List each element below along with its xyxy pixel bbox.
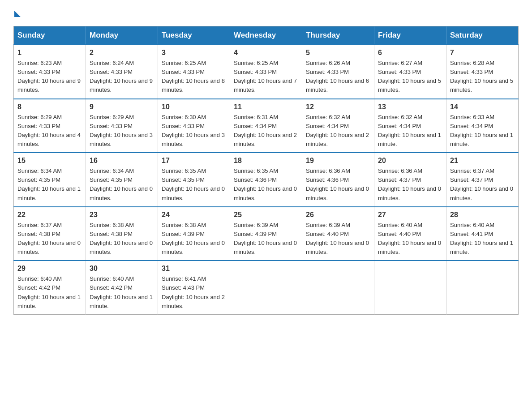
calendar-week-row: 22 Sunrise: 6:37 AM Sunset: 4:38 PM Dayl… — [14, 207, 519, 261]
sunset-label: Sunset: 4:40 PM — [378, 231, 421, 237]
logo-triangle-icon — [14, 11, 21, 17]
sunrise-label: Sunrise: 6:30 AM — [162, 114, 206, 120]
day-info: Sunrise: 6:38 AM Sunset: 4:38 PM Dayligh… — [90, 221, 154, 257]
day-number: 15 — [17, 157, 82, 165]
sunrise-label: Sunrise: 6:40 AM — [378, 222, 422, 228]
daylight-label: Daylight: 10 hours and 0 minutes. — [234, 240, 297, 255]
day-number: 23 — [90, 211, 154, 219]
day-number: 26 — [306, 211, 370, 219]
sunset-label: Sunset: 4:40 PM — [306, 231, 349, 237]
calendar-day-cell: 28 Sunrise: 6:40 AM Sunset: 4:41 PM Dayl… — [446, 207, 519, 261]
calendar-day-cell: 17 Sunrise: 6:35 AM Sunset: 4:35 PM Dayl… — [158, 153, 230, 207]
day-info: Sunrise: 6:29 AM Sunset: 4:33 PM Dayligh… — [17, 113, 82, 149]
calendar-day-cell — [302, 261, 374, 314]
sunset-label: Sunset: 4:38 PM — [90, 231, 133, 237]
day-info: Sunrise: 6:26 AM Sunset: 4:33 PM Dayligh… — [306, 59, 370, 95]
calendar-day-cell: 18 Sunrise: 6:35 AM Sunset: 4:36 PM Dayl… — [230, 153, 302, 207]
sunrise-label: Sunrise: 6:35 AM — [234, 167, 278, 174]
sunset-label: Sunset: 4:39 PM — [162, 231, 205, 237]
day-number: 7 — [450, 49, 515, 57]
daylight-label: Daylight: 10 hours and 1 minute. — [17, 294, 81, 309]
calendar-day-cell: 23 Sunrise: 6:38 AM Sunset: 4:38 PM Dayl… — [86, 207, 158, 261]
daylight-label: Daylight: 10 hours and 1 minute. — [17, 185, 81, 201]
daylight-label: Daylight: 10 hours and 1 minute. — [450, 240, 513, 255]
sunset-label: Sunset: 4:37 PM — [378, 176, 421, 183]
calendar-day-cell: 2 Sunrise: 6:24 AM Sunset: 4:33 PM Dayli… — [86, 45, 158, 99]
sunset-label: Sunset: 4:43 PM — [162, 284, 205, 291]
day-number: 16 — [90, 157, 154, 165]
calendar-day-cell: 16 Sunrise: 6:34 AM Sunset: 4:35 PM Dayl… — [86, 153, 158, 207]
daylight-label: Daylight: 10 hours and 6 minutes. — [306, 77, 369, 93]
day-info: Sunrise: 6:25 AM Sunset: 4:33 PM Dayligh… — [234, 59, 298, 95]
daylight-label: Daylight: 10 hours and 1 minute. — [450, 132, 513, 147]
day-number: 14 — [450, 103, 515, 111]
day-number: 5 — [306, 49, 370, 57]
calendar-week-row: 15 Sunrise: 6:34 AM Sunset: 4:35 PM Dayl… — [14, 153, 519, 207]
sunset-label: Sunset: 4:37 PM — [450, 176, 493, 183]
sunrise-label: Sunrise: 6:39 AM — [234, 222, 278, 228]
sunset-label: Sunset: 4:33 PM — [17, 68, 60, 75]
sunset-label: Sunset: 4:33 PM — [306, 68, 349, 75]
calendar-day-cell: 11 Sunrise: 6:31 AM Sunset: 4:34 PM Dayl… — [230, 99, 302, 153]
calendar-header-row: SundayMondayTuesdayWednesdayThursdayFrid… — [14, 26, 519, 45]
daylight-label: Daylight: 10 hours and 0 minutes. — [306, 240, 369, 255]
day-info: Sunrise: 6:41 AM Sunset: 4:43 PM Dayligh… — [162, 274, 226, 311]
sunrise-label: Sunrise: 6:36 AM — [378, 167, 422, 174]
sunset-label: Sunset: 4:33 PM — [234, 68, 277, 75]
day-info: Sunrise: 6:32 AM Sunset: 4:34 PM Dayligh… — [378, 113, 442, 149]
sunset-label: Sunset: 4:38 PM — [17, 231, 60, 237]
day-info: Sunrise: 6:40 AM Sunset: 4:40 PM Dayligh… — [378, 221, 442, 257]
day-number: 10 — [162, 103, 226, 111]
calendar-day-cell: 5 Sunrise: 6:26 AM Sunset: 4:33 PM Dayli… — [302, 45, 374, 99]
day-number: 24 — [162, 211, 226, 219]
calendar-day-cell: 15 Sunrise: 6:34 AM Sunset: 4:35 PM Dayl… — [14, 153, 86, 207]
sunrise-label: Sunrise: 6:25 AM — [234, 60, 278, 66]
day-number: 21 — [450, 157, 515, 165]
calendar-day-cell: 22 Sunrise: 6:37 AM Sunset: 4:38 PM Dayl… — [14, 207, 86, 261]
sunset-label: Sunset: 4:39 PM — [234, 231, 277, 237]
calendar-day-cell — [446, 261, 519, 314]
day-info: Sunrise: 6:30 AM Sunset: 4:33 PM Dayligh… — [162, 113, 226, 149]
day-info: Sunrise: 6:40 AM Sunset: 4:41 PM Dayligh… — [450, 221, 515, 257]
day-number: 28 — [450, 211, 515, 219]
sunrise-label: Sunrise: 6:32 AM — [306, 114, 350, 120]
sunset-label: Sunset: 4:42 PM — [90, 284, 133, 291]
day-info: Sunrise: 6:34 AM Sunset: 4:35 PM Dayligh… — [17, 167, 82, 203]
sunrise-label: Sunrise: 6:36 AM — [306, 167, 350, 174]
day-number: 29 — [17, 265, 82, 273]
sunset-label: Sunset: 4:41 PM — [450, 231, 493, 237]
sunrise-label: Sunrise: 6:23 AM — [17, 60, 62, 66]
sunset-label: Sunset: 4:33 PM — [90, 123, 133, 129]
sunrise-label: Sunrise: 6:37 AM — [17, 222, 62, 228]
calendar-day-cell: 20 Sunrise: 6:36 AM Sunset: 4:37 PM Dayl… — [374, 153, 446, 207]
daylight-label: Daylight: 10 hours and 8 minutes. — [162, 77, 225, 93]
day-info: Sunrise: 6:38 AM Sunset: 4:39 PM Dayligh… — [162, 221, 226, 257]
day-number: 18 — [234, 157, 298, 165]
sunrise-label: Sunrise: 6:38 AM — [162, 222, 206, 228]
calendar-day-cell: 19 Sunrise: 6:36 AM Sunset: 4:36 PM Dayl… — [302, 153, 374, 207]
daylight-label: Daylight: 10 hours and 2 minutes. — [162, 294, 225, 309]
calendar-day-cell: 24 Sunrise: 6:38 AM Sunset: 4:39 PM Dayl… — [158, 207, 230, 261]
day-info: Sunrise: 6:24 AM Sunset: 4:33 PM Dayligh… — [90, 59, 154, 95]
sunset-label: Sunset: 4:35 PM — [17, 176, 60, 183]
day-number: 30 — [90, 265, 154, 273]
sunset-label: Sunset: 4:33 PM — [162, 123, 205, 129]
calendar-day-cell: 27 Sunrise: 6:40 AM Sunset: 4:40 PM Dayl… — [374, 207, 446, 261]
day-info: Sunrise: 6:28 AM Sunset: 4:33 PM Dayligh… — [450, 59, 515, 95]
page-header — [13, 9, 519, 17]
day-number: 20 — [378, 157, 442, 165]
day-info: Sunrise: 6:39 AM Sunset: 4:39 PM Dayligh… — [234, 221, 298, 257]
sunset-label: Sunset: 4:33 PM — [378, 68, 421, 75]
sunset-label: Sunset: 4:34 PM — [306, 123, 349, 129]
sunset-label: Sunset: 4:33 PM — [450, 68, 493, 75]
day-info: Sunrise: 6:32 AM Sunset: 4:34 PM Dayligh… — [306, 113, 370, 149]
day-info: Sunrise: 6:29 AM Sunset: 4:33 PM Dayligh… — [90, 113, 154, 149]
day-number: 2 — [90, 49, 154, 57]
sunrise-label: Sunrise: 6:41 AM — [162, 275, 206, 282]
calendar-table: SundayMondayTuesdayWednesdayThursdayFrid… — [13, 26, 519, 315]
daylight-label: Daylight: 10 hours and 0 minutes. — [450, 185, 513, 201]
day-number: 17 — [162, 157, 226, 165]
day-info: Sunrise: 6:33 AM Sunset: 4:34 PM Dayligh… — [450, 113, 515, 149]
calendar-day-cell: 21 Sunrise: 6:37 AM Sunset: 4:37 PM Dayl… — [446, 153, 519, 207]
calendar-day-cell: 13 Sunrise: 6:32 AM Sunset: 4:34 PM Dayl… — [374, 99, 446, 153]
